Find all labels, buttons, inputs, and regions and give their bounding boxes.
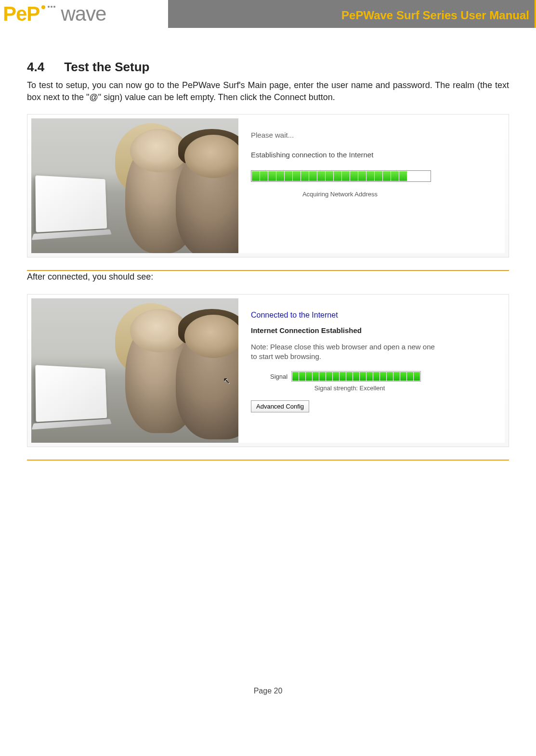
- screenshot-status-panel: Please wait... Establishing connection t…: [238, 118, 505, 253]
- section-heading: 4.4 Test the Setup: [27, 60, 509, 75]
- header-title: PePWave Surf Series User Manual: [341, 9, 529, 22]
- intro-paragraph: To test to setup, you can now go to the …: [27, 79, 509, 103]
- progress-bar: [251, 170, 431, 182]
- logo-wave-text: wave: [61, 2, 106, 26]
- status-please-wait: Please wait...: [251, 131, 497, 139]
- signal-strength-text: Signal strength: Excellent: [261, 384, 439, 392]
- status-note: Note: Please close this web browser and …: [251, 342, 439, 362]
- screenshot-connected: ↖ Connected to the Internet Internet Con…: [27, 292, 509, 475]
- status-acquiring: Acquiring Network Address: [251, 191, 429, 198]
- laptop-icon: [35, 365, 107, 422]
- cursor-icon: ↖: [223, 375, 230, 386]
- signal-bar: [291, 371, 421, 382]
- status-establishing: Establishing connection to the Internet: [251, 151, 497, 159]
- advanced-config-button[interactable]: Advanced Config: [251, 400, 309, 412]
- status-connected: Connected to the Internet: [251, 311, 497, 320]
- screenshot-connecting: Please wait... Establishing connection t…: [27, 112, 509, 271]
- section-number: 4.4: [27, 60, 61, 75]
- laptop-icon: [35, 176, 107, 232]
- screenshot-status-panel: Connected to the Internet Internet Conne…: [238, 298, 505, 443]
- logo-dot-icon: [41, 5, 45, 9]
- page-number: Page 20: [0, 687, 536, 710]
- logo-pep-text: PeP: [3, 2, 39, 26]
- screenshot-photo: [31, 118, 238, 253]
- signal-row: Signal: [270, 371, 497, 382]
- section-title: Test the Setup: [64, 60, 149, 74]
- page-header: PePWave Surf Series User Manual PeP wave: [0, 0, 536, 33]
- page-content: 4.4 Test the Setup To test to setup, you…: [0, 33, 536, 475]
- status-established: Internet Connection Established: [251, 326, 497, 334]
- logo-wave-dots-icon: [47, 1, 56, 10]
- signal-label: Signal: [270, 373, 288, 380]
- screenshot-photo: ↖: [31, 298, 238, 443]
- after-connected-paragraph: After connected, you should see:: [27, 271, 509, 283]
- header-bar: PePWave Surf Series User Manual: [168, 0, 536, 28]
- brand-logo: PeP wave: [3, 0, 106, 28]
- screenshot-footer-area: [27, 461, 509, 475]
